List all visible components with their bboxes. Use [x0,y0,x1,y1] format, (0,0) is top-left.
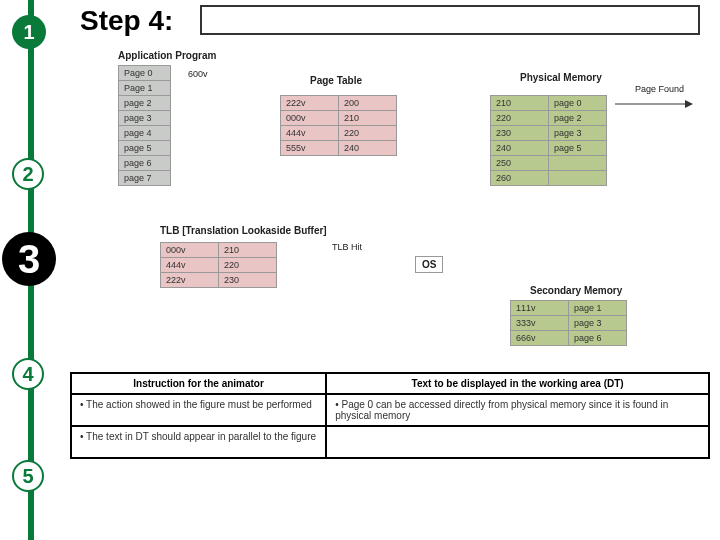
pt-cell: 222v [281,96,339,111]
instr-header: Text to be displayed in the working area… [326,373,709,394]
pm-cell: 240 [491,141,549,156]
sm-cell: 111v [511,301,569,316]
step-marker-1: 1 [12,15,46,49]
app-cell: page 5 [119,141,171,156]
step-marker-2: 2 [12,158,44,190]
tlb-cell: 220 [219,258,277,273]
table-pm: 210page 0 220page 2 230page 3 240page 5 … [490,95,607,186]
svg-marker-1 [685,100,693,108]
app-cell: page 2 [119,96,171,111]
instr-cell: • Page 0 can be accessed directly from p… [326,394,709,426]
pt-cell: 210 [339,111,397,126]
sm-cell: page 1 [569,301,627,316]
tlb-cell: 444v [161,258,219,273]
pm-cell: 260 [491,171,549,186]
instr-header: Instruction for the animator [71,373,326,394]
pt-cell: 200 [339,96,397,111]
pm-cell: 210 [491,96,549,111]
annot-pagefound: Page Found [635,84,684,94]
app-cell: Page 0 [119,66,171,81]
tlb-cell: 000v [161,243,219,258]
instr-cell [326,426,709,458]
sm-cell: page 3 [569,316,627,331]
step-marker-5: 5 [12,460,44,492]
pt-cell: 240 [339,141,397,156]
sm-cell: page 6 [569,331,627,346]
pm-cell [549,171,607,186]
instruction-table: Instruction for the animator Text to be … [70,372,710,459]
tlb-cell: 210 [219,243,277,258]
pm-cell [549,156,607,171]
app-cell: page 4 [119,126,171,141]
step-marker-4: 4 [12,358,44,390]
label-sm: Secondary Memory [530,285,622,296]
pm-cell: 250 [491,156,549,171]
label-tlb: TLB [Translation Lookaside Buffer] [160,225,327,236]
label-app: Application Program [118,50,216,61]
step-marker-3: 3 [2,232,56,286]
tlb-cell: 230 [219,273,277,288]
app-cell: page 6 [119,156,171,171]
app-cell: page 3 [119,111,171,126]
app-cell: Page 1 [119,81,171,96]
pm-cell: page 0 [549,96,607,111]
pm-cell: page 2 [549,111,607,126]
tlb-cell: 222v [161,273,219,288]
diagram-area: Application Program Page 0 Page 1 page 2… [70,50,710,360]
pm-cell: 220 [491,111,549,126]
table-pt: 222v200 000v210 444v220 555v240 [280,95,397,156]
pt-cell: 220 [339,126,397,141]
table-sm: 111vpage 1 333vpage 3 666vpage 6 [510,300,627,346]
sm-cell: 333v [511,316,569,331]
arrow-icon [615,98,695,110]
sm-cell: 666v [511,331,569,346]
pt-cell: 444v [281,126,339,141]
table-tlb: 000v210 444v220 222v230 [160,242,277,288]
title-box [200,5,700,35]
label-pm: Physical Memory [520,72,602,83]
annot-600v: 600v [188,69,208,79]
os-box: OS [415,256,443,273]
pm-cell: 230 [491,126,549,141]
pt-cell: 000v [281,111,339,126]
app-cell: page 7 [119,171,171,186]
label-pt: Page Table [310,75,362,86]
pt-cell: 555v [281,141,339,156]
instr-cell: • The text in DT should appear in parall… [71,426,326,458]
pm-cell: page 3 [549,126,607,141]
page-title: Step 4: [80,5,173,37]
instr-cell: • The action showed in the figure must b… [71,394,326,426]
annot-tlbhit: TLB Hit [332,242,362,252]
table-app: Page 0 Page 1 page 2 page 3 page 4 page … [118,65,171,186]
pm-cell: page 5 [549,141,607,156]
